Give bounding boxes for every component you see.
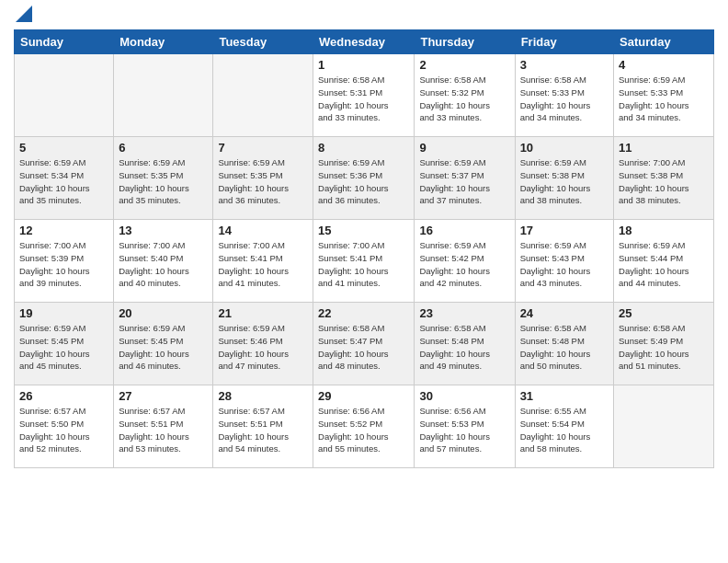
day-number: 9 [419, 141, 509, 155]
day-number: 4 [619, 58, 709, 72]
day-info: Sunrise: 6:59 AM Sunset: 5:37 PM Dayligh… [419, 156, 509, 207]
calendar-cell: 20Sunrise: 6:59 AM Sunset: 5:45 PM Dayli… [114, 303, 213, 385]
calendar-cell: 16Sunrise: 6:59 AM Sunset: 5:42 PM Dayli… [415, 220, 515, 303]
day-number: 19 [19, 306, 108, 320]
day-info: Sunrise: 6:59 AM Sunset: 5:34 PM Dayligh… [19, 156, 108, 207]
day-number: 3 [520, 58, 609, 72]
calendar-cell: 11Sunrise: 7:00 AM Sunset: 5:38 PM Dayli… [614, 137, 714, 220]
calendar-cell: 21Sunrise: 6:59 AM Sunset: 5:46 PM Dayli… [213, 303, 313, 385]
calendar-cell: 13Sunrise: 7:00 AM Sunset: 5:40 PM Dayli… [114, 220, 213, 303]
day-info: Sunrise: 6:59 AM Sunset: 5:45 PM Dayligh… [19, 322, 108, 373]
calendar-cell: 9Sunrise: 6:59 AM Sunset: 5:37 PM Daylig… [415, 137, 515, 220]
day-number: 6 [119, 141, 208, 155]
weekday-header-thursday: Thursday [415, 30, 515, 54]
calendar-cell: 17Sunrise: 6:59 AM Sunset: 5:43 PM Dayli… [515, 220, 613, 303]
day-number: 12 [19, 224, 108, 237]
calendar-cell: 6Sunrise: 6:59 AM Sunset: 5:35 PM Daylig… [114, 137, 213, 220]
calendar: SundayMondayTuesdayWednesdayThursdayFrid… [14, 29, 714, 468]
day-info: Sunrise: 6:57 AM Sunset: 5:51 PM Dayligh… [218, 405, 308, 455]
day-info: Sunrise: 6:57 AM Sunset: 5:50 PM Dayligh… [19, 405, 108, 455]
calendar-cell: 29Sunrise: 6:56 AM Sunset: 5:52 PM Dayli… [313, 385, 415, 468]
day-number: 23 [419, 306, 509, 320]
day-number: 8 [318, 141, 409, 155]
weekday-header-monday: Monday [114, 30, 213, 54]
day-number: 7 [218, 141, 308, 155]
weekday-header-friday: Friday [515, 30, 613, 54]
day-info: Sunrise: 6:58 AM Sunset: 5:48 PM Dayligh… [419, 322, 509, 373]
day-info: Sunrise: 6:59 AM Sunset: 5:38 PM Dayligh… [520, 156, 609, 207]
calendar-week-4: 19Sunrise: 6:59 AM Sunset: 5:45 PM Dayli… [15, 303, 714, 385]
day-info: Sunrise: 6:59 AM Sunset: 5:36 PM Dayligh… [318, 156, 409, 207]
day-number: 16 [419, 224, 509, 237]
calendar-cell: 26Sunrise: 6:57 AM Sunset: 5:50 PM Dayli… [15, 385, 114, 468]
day-number: 13 [119, 224, 208, 237]
calendar-cell [15, 54, 114, 137]
calendar-cell [213, 54, 313, 137]
calendar-cell: 5Sunrise: 6:59 AM Sunset: 5:34 PM Daylig… [15, 137, 114, 220]
logo-icon [16, 6, 32, 22]
calendar-cell: 10Sunrise: 6:59 AM Sunset: 5:38 PM Dayli… [515, 137, 613, 220]
day-number: 14 [218, 224, 308, 237]
calendar-cell [114, 54, 213, 137]
day-number: 17 [520, 224, 609, 237]
day-number: 18 [619, 224, 709, 237]
day-number: 2 [419, 58, 509, 72]
day-number: 10 [520, 141, 609, 155]
day-info: Sunrise: 6:58 AM Sunset: 5:47 PM Dayligh… [318, 322, 409, 373]
day-info: Sunrise: 7:00 AM Sunset: 5:40 PM Dayligh… [119, 239, 208, 290]
day-number: 30 [419, 389, 509, 403]
day-info: Sunrise: 6:59 AM Sunset: 5:43 PM Dayligh… [520, 239, 609, 290]
calendar-cell: 2Sunrise: 6:58 AM Sunset: 5:32 PM Daylig… [415, 54, 515, 137]
day-info: Sunrise: 6:58 AM Sunset: 5:49 PM Dayligh… [619, 322, 709, 373]
header [14, 9, 714, 22]
calendar-cell: 8Sunrise: 6:59 AM Sunset: 5:36 PM Daylig… [313, 137, 415, 220]
calendar-cell: 14Sunrise: 7:00 AM Sunset: 5:41 PM Dayli… [213, 220, 313, 303]
calendar-week-1: 1Sunrise: 6:58 AM Sunset: 5:31 PM Daylig… [15, 54, 714, 137]
calendar-cell: 7Sunrise: 6:59 AM Sunset: 5:35 PM Daylig… [213, 137, 313, 220]
calendar-cell: 1Sunrise: 6:58 AM Sunset: 5:31 PM Daylig… [313, 54, 415, 137]
calendar-cell: 19Sunrise: 6:59 AM Sunset: 5:45 PM Dayli… [15, 303, 114, 385]
calendar-header-row: SundayMondayTuesdayWednesdayThursdayFrid… [15, 30, 714, 54]
calendar-week-2: 5Sunrise: 6:59 AM Sunset: 5:34 PM Daylig… [15, 137, 714, 220]
svg-marker-0 [16, 6, 32, 22]
day-info: Sunrise: 6:59 AM Sunset: 5:45 PM Dayligh… [119, 322, 208, 373]
day-number: 31 [520, 389, 609, 403]
weekday-header-tuesday: Tuesday [213, 30, 313, 54]
day-number: 20 [119, 306, 208, 320]
calendar-cell: 27Sunrise: 6:57 AM Sunset: 5:51 PM Dayli… [114, 385, 213, 468]
calendar-cell: 31Sunrise: 6:55 AM Sunset: 5:54 PM Dayli… [515, 385, 613, 468]
day-number: 27 [119, 389, 208, 403]
day-info: Sunrise: 6:59 AM Sunset: 5:42 PM Dayligh… [419, 239, 509, 290]
day-number: 15 [318, 224, 409, 237]
day-number: 25 [619, 306, 709, 320]
day-info: Sunrise: 6:56 AM Sunset: 5:53 PM Dayligh… [419, 405, 509, 455]
day-number: 29 [318, 389, 409, 403]
day-info: Sunrise: 6:56 AM Sunset: 5:52 PM Dayligh… [318, 405, 409, 455]
logo [14, 9, 32, 22]
day-info: Sunrise: 7:00 AM Sunset: 5:41 PM Dayligh… [318, 239, 409, 290]
day-info: Sunrise: 6:59 AM Sunset: 5:44 PM Dayligh… [619, 239, 709, 290]
day-number: 21 [218, 306, 308, 320]
calendar-cell [614, 385, 714, 468]
day-info: Sunrise: 6:58 AM Sunset: 5:48 PM Dayligh… [520, 322, 609, 373]
weekday-header-wednesday: Wednesday [313, 30, 415, 54]
day-number: 5 [19, 141, 108, 155]
day-info: Sunrise: 6:59 AM Sunset: 5:33 PM Dayligh… [619, 74, 709, 124]
day-info: Sunrise: 6:59 AM Sunset: 5:35 PM Dayligh… [218, 156, 308, 207]
day-info: Sunrise: 6:59 AM Sunset: 5:46 PM Dayligh… [218, 322, 308, 373]
calendar-cell: 4Sunrise: 6:59 AM Sunset: 5:33 PM Daylig… [614, 54, 714, 137]
day-info: Sunrise: 6:55 AM Sunset: 5:54 PM Dayligh… [520, 405, 609, 455]
calendar-cell: 18Sunrise: 6:59 AM Sunset: 5:44 PM Dayli… [614, 220, 714, 303]
weekday-header-sunday: Sunday [15, 30, 114, 54]
day-info: Sunrise: 6:58 AM Sunset: 5:32 PM Dayligh… [419, 74, 509, 124]
day-info: Sunrise: 6:58 AM Sunset: 5:31 PM Dayligh… [318, 74, 409, 124]
calendar-cell: 25Sunrise: 6:58 AM Sunset: 5:49 PM Dayli… [614, 303, 714, 385]
day-number: 22 [318, 306, 409, 320]
day-info: Sunrise: 6:58 AM Sunset: 5:33 PM Dayligh… [520, 74, 609, 124]
day-info: Sunrise: 7:00 AM Sunset: 5:41 PM Dayligh… [218, 239, 308, 290]
day-info: Sunrise: 6:57 AM Sunset: 5:51 PM Dayligh… [119, 405, 208, 455]
calendar-cell: 30Sunrise: 6:56 AM Sunset: 5:53 PM Dayli… [415, 385, 515, 468]
calendar-cell: 15Sunrise: 7:00 AM Sunset: 5:41 PM Dayli… [313, 220, 415, 303]
day-info: Sunrise: 6:59 AM Sunset: 5:35 PM Dayligh… [119, 156, 208, 207]
day-info: Sunrise: 7:00 AM Sunset: 5:38 PM Dayligh… [619, 156, 709, 207]
